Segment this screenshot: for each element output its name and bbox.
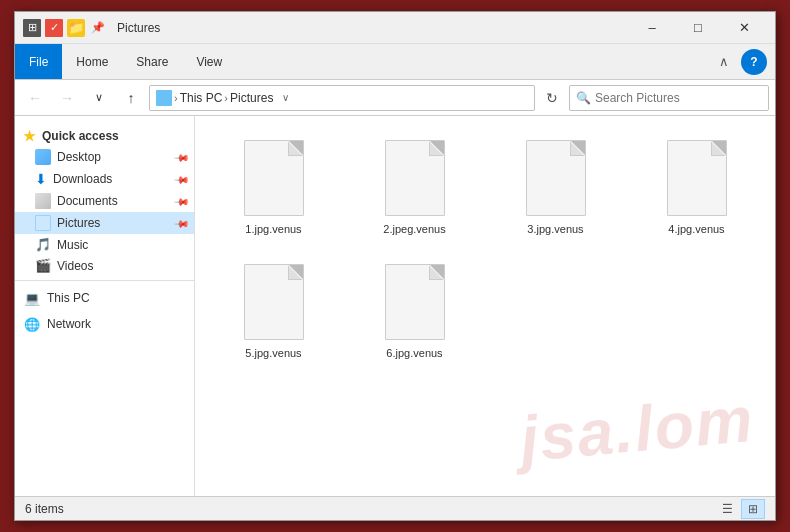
view-list-button[interactable]: ☰ [715, 499, 739, 519]
downloads-icon: ⬇ [35, 171, 47, 187]
pictures-pin-icon: 📌 [174, 215, 190, 231]
file-name-3: 3.jpg.venus [527, 223, 583, 235]
documents-folder-icon [35, 193, 51, 209]
nav-dropdown-button[interactable]: ∨ [85, 84, 113, 112]
sidebar-item-documents-label: Documents [57, 194, 118, 208]
file-page-6 [385, 264, 445, 340]
file-name-5: 5.jpg.venus [245, 347, 301, 359]
sidebar-item-documents[interactable]: Documents 📌 [15, 190, 194, 212]
sidebar-item-pictures-label: Pictures [57, 216, 100, 230]
file-page-3 [526, 140, 586, 216]
minimize-button[interactable]: – [629, 12, 675, 44]
tab-view[interactable]: View [182, 44, 236, 79]
sidebar-item-desktop-label: Desktop [57, 150, 101, 164]
view-buttons: ☰ ⊞ [715, 499, 765, 519]
file-name-2: 2.jpeg.venus [383, 223, 445, 235]
breadcrumb-icon-container [156, 90, 172, 106]
tab-share[interactable]: Share [122, 44, 182, 79]
file-icon-6 [380, 261, 450, 343]
files-grid: 1.jpg.venus 2.jpeg.venus 3.jpg.venus [207, 128, 763, 368]
desktop-pin-icon: 📌 [174, 149, 190, 165]
title-bar-icons: ⊞ ✓ 📁 📌 [23, 19, 107, 37]
file-name-4: 4.jpg.venus [668, 223, 724, 235]
list-item[interactable]: 3.jpg.venus [489, 128, 622, 244]
file-icon-1 [239, 137, 309, 219]
title-bar: ⊞ ✓ 📁 📌 Pictures – □ ✕ [15, 12, 775, 44]
tab-home[interactable]: Home [62, 44, 122, 79]
sidebar-item-network[interactable]: 🌐 Network [15, 311, 194, 337]
sidebar-item-music-label: Music [57, 238, 88, 252]
explorer-window: ⊞ ✓ 📁 📌 Pictures – □ ✕ File Home Share V… [14, 11, 776, 521]
videos-icon: 🎬 [35, 258, 51, 273]
sidebar-item-pictures[interactable]: Pictures 📌 [15, 212, 194, 234]
sidebar-item-desktop[interactable]: Desktop 📌 [15, 146, 194, 168]
file-content: jsa.lom 1.jpg.venus 2.jpeg.venus [195, 116, 775, 496]
forward-button[interactable]: → [53, 84, 81, 112]
sidebar-item-downloads-label: Downloads [53, 172, 112, 186]
sidebar-item-network-label: Network [47, 317, 91, 331]
file-icon-3 [521, 137, 591, 219]
window-icon-folder: 📁 [67, 19, 85, 37]
ribbon-controls: ∧ ? [711, 49, 775, 75]
list-item[interactable]: 4.jpg.venus [630, 128, 763, 244]
downloads-pin-icon: 📌 [174, 171, 190, 187]
watermark-text: jsa.lom [518, 382, 758, 476]
pictures-folder-icon [35, 215, 51, 231]
documents-pin-icon: 📌 [174, 193, 190, 209]
file-icon-4 [662, 137, 732, 219]
music-icon: 🎵 [35, 237, 51, 252]
ribbon-collapse-button[interactable]: ∧ [711, 49, 737, 75]
window-title: Pictures [117, 21, 629, 35]
status-bar: 6 items ☰ ⊞ [15, 496, 775, 520]
sidebar-item-downloads[interactable]: ⬇ Downloads 📌 [15, 168, 194, 190]
sidebar-item-this-pc[interactable]: 💻 This PC [15, 285, 194, 311]
tab-file[interactable]: File [15, 44, 62, 79]
search-input[interactable] [595, 91, 762, 105]
help-button[interactable]: ? [741, 49, 767, 75]
sidebar-item-videos-label: Videos [57, 259, 93, 273]
refresh-button[interactable]: ↻ [539, 85, 565, 111]
sidebar-item-this-pc-label: This PC [47, 291, 90, 305]
list-item[interactable]: 2.jpeg.venus [348, 128, 481, 244]
file-page-1 [244, 140, 304, 216]
file-name-6: 6.jpg.venus [386, 347, 442, 359]
up-button[interactable]: ↑ [117, 84, 145, 112]
window-icon-grid: ⊞ [23, 19, 41, 37]
breadcrumb-pictures[interactable]: Pictures [230, 91, 273, 105]
view-large-button[interactable]: ⊞ [741, 499, 765, 519]
list-item[interactable]: 1.jpg.venus [207, 128, 340, 244]
computer-icon: 💻 [23, 289, 41, 307]
search-icon: 🔍 [576, 91, 591, 105]
ribbon: File Home Share View ∧ ? [15, 44, 775, 80]
list-item[interactable]: 6.jpg.venus [348, 252, 481, 368]
back-button[interactable]: ← [21, 84, 49, 112]
breadcrumb-folder-icon [156, 90, 172, 106]
address-bar: ← → ∨ ↑ › This PC › Pictures ∨ ↻ 🔍 [15, 80, 775, 116]
star-icon: ★ [23, 128, 36, 144]
main-area: ★ Quick access Desktop 📌 ⬇ Downloads 📌 D… [15, 116, 775, 496]
desktop-folder-icon [35, 149, 51, 165]
network-icon: 🌐 [23, 315, 41, 333]
list-item[interactable]: 5.jpg.venus [207, 252, 340, 368]
search-bar[interactable]: 🔍 [569, 85, 769, 111]
maximize-button[interactable]: □ [675, 12, 721, 44]
window-icon-check: ✓ [45, 19, 63, 37]
file-page-2 [385, 140, 445, 216]
sidebar-divider [15, 280, 194, 281]
file-page-4 [667, 140, 727, 216]
close-button[interactable]: ✕ [721, 12, 767, 44]
breadcrumb-this-pc[interactable]: This PC [180, 91, 223, 105]
breadcrumb-bar[interactable]: › This PC › Pictures ∨ [149, 85, 535, 111]
breadcrumb-sep1: › [174, 92, 178, 104]
file-name-1: 1.jpg.venus [245, 223, 301, 235]
title-controls: – □ ✕ [629, 12, 767, 44]
breadcrumb-dropdown-button[interactable]: ∨ [275, 88, 295, 108]
file-icon-2 [380, 137, 450, 219]
sidebar: ★ Quick access Desktop 📌 ⬇ Downloads 📌 D… [15, 116, 195, 496]
sidebar-item-music[interactable]: 🎵 Music [15, 234, 194, 255]
breadcrumb-sep2: › [224, 92, 228, 104]
file-icon-5 [239, 261, 309, 343]
sidebar-item-videos[interactable]: 🎬 Videos [15, 255, 194, 276]
quick-access-text: Quick access [42, 129, 119, 143]
file-page-5 [244, 264, 304, 340]
